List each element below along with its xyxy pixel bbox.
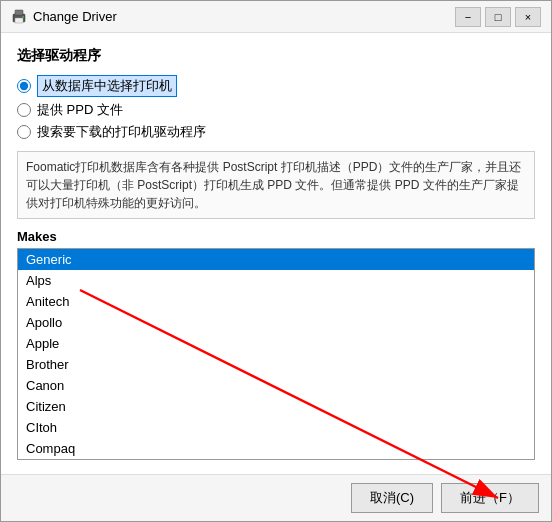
radio-group: 从数据库中选择打印机 提供 PPD 文件 搜索要下载的打印机驱动程序 [17,75,535,141]
close-button[interactable]: × [515,7,541,27]
svg-rect-2 [15,18,23,23]
radio-search-input[interactable] [17,125,31,139]
next-button[interactable]: 前进（F） [441,483,539,513]
minimize-button[interactable]: − [455,7,481,27]
footer: 取消(C) 前进（F） [1,474,551,521]
cancel-button[interactable]: 取消(C) [351,483,433,513]
svg-point-3 [22,16,24,18]
main-content: 选择驱动程序 从数据库中选择打印机 提供 PPD 文件 搜索要下载的打印机驱动程… [1,33,551,474]
radio-ppd-label: 提供 PPD 文件 [37,101,123,119]
list-item[interactable]: CItoh [18,417,534,438]
change-driver-window: Change Driver − □ × 选择驱动程序 从数据库中选择打印机 提供… [0,0,552,522]
list-item[interactable]: Apollo [18,312,534,333]
list-item[interactable]: Alps [18,270,534,291]
title-bar-left: Change Driver [11,9,117,25]
radio-ppd-input[interactable] [17,103,31,117]
radio-search-label: 搜索要下载的打印机驱动程序 [37,123,206,141]
radio-db-input[interactable] [17,79,31,93]
list-item[interactable]: Compaq [18,438,534,459]
makes-list[interactable]: GenericAlpsAnitechApolloAppleBrotherCano… [17,248,535,460]
radio-db[interactable]: 从数据库中选择打印机 [17,75,535,97]
radio-db-label: 从数据库中选择打印机 [37,75,177,97]
svg-rect-1 [15,10,23,15]
printer-icon [11,9,27,25]
radio-search[interactable]: 搜索要下载的打印机驱动程序 [17,123,535,141]
description-text: Foomatic打印机数据库含有各种提供 PostScript 打印机描述（PP… [17,151,535,219]
maximize-button[interactable]: □ [485,7,511,27]
section-title: 选择驱动程序 [17,47,535,65]
list-item[interactable]: Brother [18,354,534,375]
radio-ppd[interactable]: 提供 PPD 文件 [17,101,535,119]
list-item[interactable]: Apple [18,333,534,354]
makes-label: Makes [17,229,535,244]
title-bar: Change Driver − □ × [1,1,551,33]
title-bar-controls: − □ × [455,7,541,27]
list-item[interactable]: Generic [18,249,534,270]
list-item[interactable]: Canon [18,375,534,396]
list-item[interactable]: Anitech [18,291,534,312]
list-item[interactable]: Citizen [18,396,534,417]
window-title: Change Driver [33,9,117,24]
